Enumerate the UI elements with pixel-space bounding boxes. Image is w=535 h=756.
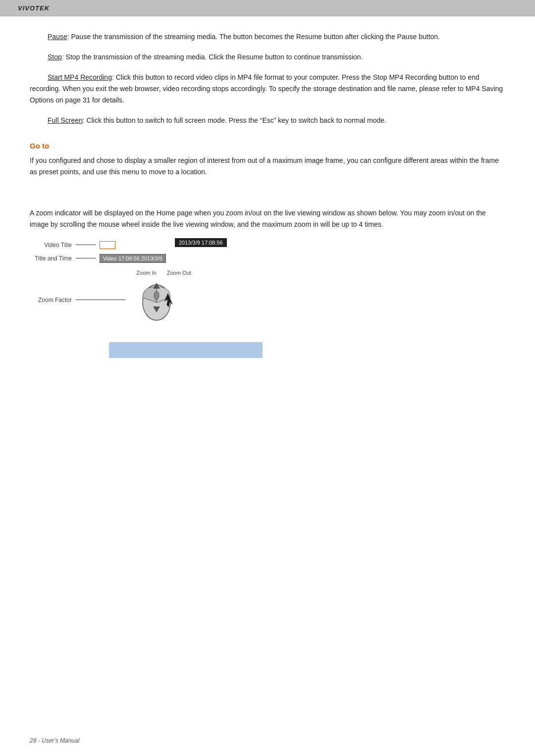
title-time-label: Title and Time (30, 255, 72, 262)
video-title-row: Video Title 2013/3/9 17:08:56 (30, 238, 505, 252)
page-header: VIVOTEK (0, 0, 535, 16)
video-title-line (76, 245, 96, 245)
video-title-box (100, 241, 115, 249)
page: VIVOTEK Pause: Pause the transmission of… (0, 0, 535, 756)
zoom-intro: A zoom indicator will be displayed on th… (30, 207, 505, 230)
mp4-label: Start MP4 Recording (48, 73, 112, 81)
zoom-factor-label: Zoom Factor (30, 297, 72, 303)
zoom-diagram: Video Title 2013/3/9 17:08:56 Title and … (30, 238, 505, 358)
brand-label: VIVOTEK (18, 4, 50, 12)
fullscreen-paragraph: Full Screen: Click this button to switch… (30, 115, 505, 126)
fullscreen-label: Full Screen (48, 116, 83, 124)
video-title-label: Video Title (30, 242, 72, 249)
footer-text: 28 - User's Manual (30, 737, 79, 744)
title-time-line (76, 258, 96, 258)
title-time-row: Title and Time Video 17:08:56 2013/3/9 (30, 254, 505, 263)
zoom-section: A zoom indicator will be displayed on th… (30, 207, 505, 358)
stop-paragraph: Stop: Stop the transmission of the strea… (30, 51, 505, 63)
zoom-labels-row: Zoom In Zoom Out (133, 270, 505, 276)
goto-heading: Go to (30, 142, 505, 150)
svg-point-1 (154, 291, 159, 300)
page-content: Pause: Pause the transmission of the str… (0, 16, 535, 378)
stop-text: : Stop the transmission of the streaming… (62, 53, 363, 61)
title-time-value: Video 17:08:56 2013/3/9 (100, 254, 166, 263)
fullscreen-text: : Click this button to switch to full sc… (83, 116, 386, 124)
zoom-out-label: Zoom Out (167, 270, 191, 276)
blue-bar (109, 342, 263, 358)
pause-text: : Pause the transmission of the streamin… (67, 33, 440, 41)
mp4-paragraph: Start MP4 Recording: Click this button t… (30, 72, 505, 106)
pause-label: Pause (48, 33, 67, 41)
timestamp-badge: 2013/3/9 17:08:56 (175, 238, 227, 247)
goto-section: Go to If you configured and chose to dis… (30, 142, 505, 178)
goto-body: If you configured and chose to display a… (30, 155, 505, 178)
page-footer: 28 - User's Manual (30, 737, 79, 744)
pause-paragraph: Pause: Pause the transmission of the str… (30, 31, 505, 43)
stop-label: Stop (48, 53, 62, 61)
mouse-icon (134, 278, 179, 322)
zoom-in-label: Zoom In (133, 270, 160, 276)
zoom-factor-row: Zoom Factor (30, 278, 505, 322)
zoom-factor-line (76, 300, 125, 300)
